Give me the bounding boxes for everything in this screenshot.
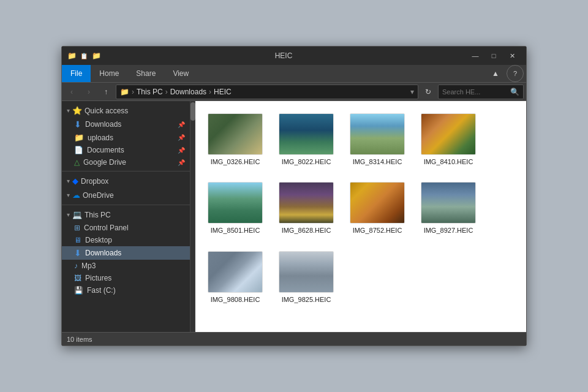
sidebar-scrollbar[interactable] (190, 101, 195, 332)
file-item-1[interactable]: IMG_8022.HEIC (273, 107, 340, 172)
file-thumbnail-2 (350, 113, 405, 155)
path-sep-3: › (209, 88, 211, 96)
desktop-icon: 🖥 (74, 236, 81, 244)
sidebar-item-documents[interactable]: 📄 Documents 📌 (62, 144, 190, 156)
tab-share[interactable]: Share (127, 65, 164, 82)
sidebar-item-pictures[interactable]: 🖼 Pictures (62, 272, 190, 284)
refresh-button[interactable]: ↻ (421, 85, 435, 99)
address-bar: ‹ › ↑ 📁 › This PC › Downloads › HEIC ▾ ↻… (62, 83, 526, 101)
quick-access-star-icon: ⭐ (72, 106, 82, 115)
sidebar-fast-c-label: Fast (C:) (87, 286, 116, 295)
file-grid: IMG_0326.HEICIMG_8022.HEICIMG_8314.HEICI… (195, 101, 526, 316)
file-item-4[interactable]: IMG_8501.HEIC (202, 176, 269, 241)
this-pc-label: This PC (85, 211, 111, 219)
chevron-onedrive-icon: ▾ (67, 192, 70, 198)
file-name-5: IMG_8628.HEIC (282, 226, 331, 235)
ribbon-expand[interactable]: ▲ (487, 69, 504, 78)
sidebar-section-onedrive[interactable]: ▾ ☁ OneDrive (62, 188, 190, 202)
sidebar-control-panel-label: Control Panel (84, 224, 129, 232)
file-name-9: IMG_9825.HEIC (282, 295, 331, 304)
pin-icon-uploads: 📌 (178, 134, 185, 141)
up-icon: ↑ (104, 88, 108, 96)
file-thumbnail-0 (208, 113, 263, 155)
sidebar-item-downloads[interactable]: ⬇ Downloads 📌 (62, 118, 190, 131)
search-input[interactable] (442, 88, 510, 96)
file-item-9[interactable]: IMG_9825.HEIC (273, 245, 340, 310)
sidebar-google-drive-label: Google Drive (83, 158, 126, 167)
up-button[interactable]: ↑ (99, 85, 113, 99)
sidebar-downloads-label: Downloads (85, 120, 121, 129)
sidebar-item-desktop[interactable]: 🖥 Desktop (62, 234, 190, 246)
file-item-7[interactable]: IMG_8927.HEIC (415, 176, 482, 241)
tab-view[interactable]: View (164, 65, 197, 82)
divider-1 (62, 171, 190, 172)
sidebar-pictures-label: Pictures (85, 274, 111, 282)
sidebar-item-control-panel[interactable]: ⊞ Control Panel (62, 222, 190, 234)
this-pc-icon: 💻 (72, 210, 82, 219)
chevron-up-icon: ▲ (492, 69, 499, 78)
forward-button[interactable]: › (81, 85, 96, 99)
onedrive-label: OneDrive (83, 191, 114, 200)
file-item-8[interactable]: IMG_9808.HEIC (202, 245, 269, 310)
chevron-right-icon: ▾ (67, 178, 70, 184)
close-button[interactable]: ✕ (503, 47, 521, 65)
sidebar-mp3-label: Mp3 (81, 262, 96, 270)
window-title: HEIC (101, 51, 466, 60)
file-item-3[interactable]: IMG_8410.HEIC (415, 107, 482, 172)
sidebar-scrollbar-thumb[interactable] (190, 102, 195, 121)
onedrive-icon: ☁ (72, 190, 80, 200)
music-icon: ♪ (74, 262, 78, 270)
path-this-pc[interactable]: This PC (137, 88, 163, 96)
sidebar-item-uploads[interactable]: 📁 uploads 📌 (62, 131, 190, 144)
search-icon: 🔍 (510, 88, 519, 96)
sidebar: ▾ ⭐ Quick access ⬇ Downloads 📌 📁 uploads… (62, 101, 190, 332)
file-item-2[interactable]: IMG_8314.HEIC (344, 107, 411, 172)
ribbon: File Home Share View ▲ ? (62, 65, 526, 83)
sidebar-desktop-label: Desktop (85, 236, 112, 244)
minimize-button[interactable]: — (466, 47, 484, 65)
sidebar-uploads-label: uploads (88, 134, 113, 142)
folder-small-icon: 📁 (120, 88, 129, 96)
file-item-5[interactable]: IMG_8628.HEIC (273, 176, 340, 241)
sidebar-item-fast-c[interactable]: 💾 Fast (C:) (62, 284, 190, 296)
download-pc-icon: ⬇ (74, 248, 81, 258)
folder-icon-3: 📁 (91, 51, 101, 61)
address-path[interactable]: 📁 › This PC › Downloads › HEIC ▾ (116, 85, 418, 99)
tab-file[interactable]: File (62, 65, 91, 82)
sidebar-section-this-pc[interactable]: ▾ 💻 This PC (62, 208, 190, 222)
ribbon-tabs: File Home Share View ▲ ? (62, 65, 526, 82)
file-content: IMG_0326.HEICIMG_8022.HEICIMG_8314.HEICI… (195, 101, 526, 332)
pin-icon-gdrive: 📌 (178, 159, 185, 166)
sidebar-item-downloads-pc[interactable]: ⬇ Downloads (62, 246, 190, 260)
tab-home[interactable]: Home (91, 65, 127, 82)
chevron-down-icon: ▾ (67, 107, 70, 114)
file-thumbnail-4 (208, 182, 263, 224)
pin-icon-downloads: 📌 (178, 121, 185, 128)
file-thumbnail-8 (208, 251, 263, 293)
dropbox-label: Dropbox (81, 177, 108, 186)
file-thumbnail-1 (279, 113, 334, 155)
sidebar-section-dropbox[interactable]: ▾ ◆ Dropbox (62, 174, 190, 188)
path-sep-1: › (132, 88, 134, 96)
path-downloads[interactable]: Downloads (170, 88, 206, 96)
quick-access-label: Quick access (85, 107, 128, 115)
path-heic[interactable]: HEIC (214, 88, 232, 96)
sidebar-section-quick-access[interactable]: ▾ ⭐ Quick access (62, 104, 190, 118)
file-name-1: IMG_8022.HEIC (282, 157, 331, 166)
sidebar-item-google-drive[interactable]: △ Google Drive 📌 (62, 156, 190, 168)
search-box[interactable]: 🔍 (438, 85, 524, 99)
download-icon: ⬇ (74, 119, 81, 129)
window-controls: — □ ✕ (466, 47, 521, 65)
file-name-0: IMG_0326.HEIC (211, 157, 260, 166)
google-drive-icon: △ (74, 158, 80, 167)
sidebar-item-mp3[interactable]: ♪ Mp3 (62, 260, 190, 272)
sidebar-documents-label: Documents (87, 146, 124, 154)
back-button[interactable]: ‹ (64, 85, 79, 99)
pictures-icon: 🖼 (74, 274, 81, 282)
maximize-button[interactable]: □ (484, 47, 503, 65)
file-item-0[interactable]: IMG_0326.HEIC (202, 107, 269, 172)
file-name-8: IMG_9808.HEIC (211, 295, 260, 304)
help-button[interactable]: ? (507, 65, 524, 82)
file-item-6[interactable]: IMG_8752.HEIC (344, 176, 411, 241)
path-dropdown-icon[interactable]: ▾ (410, 88, 414, 96)
